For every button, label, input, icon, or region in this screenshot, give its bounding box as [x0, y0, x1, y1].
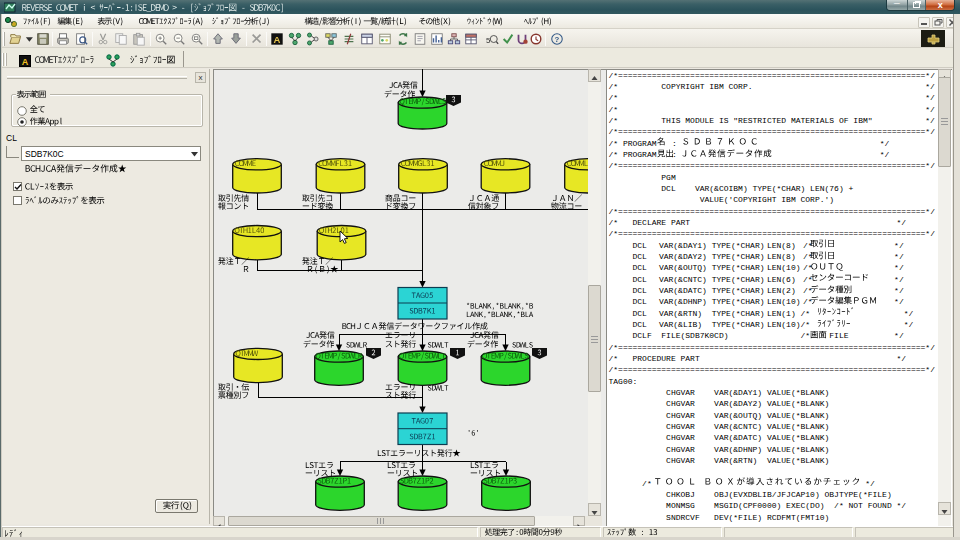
- svg-text:A: A: [274, 34, 281, 45]
- svg-text:A: A: [22, 57, 29, 67]
- svg-text:?: ?: [555, 35, 560, 44]
